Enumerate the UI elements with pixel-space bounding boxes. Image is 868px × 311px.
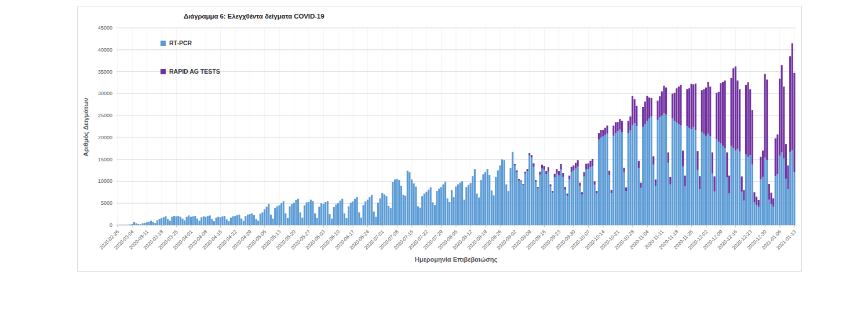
bar-segment-rapid: [655, 179, 657, 186]
svg-text:30000: 30000: [98, 91, 112, 96]
bar-segment-rtpcr: [655, 186, 657, 225]
bar-segment-rtpcr: [589, 167, 591, 225]
bar-segment-rtpcr: [588, 169, 589, 225]
bar-segment-rtpcr: [562, 177, 564, 225]
bar-segment-rtpcr: [651, 117, 652, 225]
bar-segment-rtpcr: [577, 167, 579, 225]
bar-segment-rtpcr: [352, 201, 353, 225]
bar-segment-rtpcr: [612, 136, 614, 225]
bar-segment-rtpcr: [203, 216, 205, 225]
bar-segment-rtpcr: [505, 185, 507, 225]
bar-segment-rtpcr: [173, 216, 175, 225]
bar-segment-rtpcr: [251, 214, 253, 225]
bar-segment-rtpcr: [324, 202, 326, 225]
bar-segment-rtpcr: [461, 181, 463, 225]
bar-segment-rapid: [585, 164, 587, 169]
bar-segment-rtpcr: [270, 215, 272, 225]
bar-segment-rtpcr: [234, 216, 236, 225]
bar-segment-rapid: [522, 184, 524, 185]
bar-segment-rtpcr: [676, 122, 677, 225]
bar-segment-rtpcr: [764, 158, 766, 225]
bar-segment-rtpcr: [176, 216, 177, 225]
bar-segment-rapid: [783, 86, 785, 158]
bar-segment-rapid: [686, 89, 688, 126]
legend-item-rapid[interactable]: RAPID AG TESTS: [161, 68, 220, 75]
bar-segment-rtpcr: [404, 196, 406, 225]
bar-segment-rtpcr: [340, 201, 341, 225]
bar-segment-rapid: [528, 153, 530, 156]
bar-segment-rtpcr: [163, 217, 165, 225]
bar-segment-rtpcr: [415, 187, 417, 225]
bar-segment-rapid: [672, 93, 673, 118]
bar-segment-rtpcr: [297, 199, 299, 225]
bar-segment-rtpcr: [688, 128, 690, 225]
bar-segment-rtpcr: [668, 163, 669, 225]
bar-segment-rtpcr: [425, 192, 427, 225]
bar-segment-rtpcr: [417, 207, 419, 225]
bar-segment-rtpcr: [548, 172, 549, 225]
bar-segment-rtpcr: [762, 177, 764, 225]
bar-segment-rtpcr: [194, 216, 196, 225]
bar-segment-rapid: [760, 157, 761, 179]
bar-segment-rtpcr: [447, 198, 448, 225]
bar-segment-rtpcr: [413, 183, 415, 225]
bar-segment-rtpcr: [528, 156, 530, 225]
bar-segment-rapid: [768, 184, 770, 200]
bar-segment-rapid: [663, 86, 665, 114]
bar-segment-rtpcr: [304, 205, 305, 225]
bar-segment-rapid: [539, 172, 541, 175]
bar-segment-rtpcr: [364, 201, 366, 225]
legend-label-rapid: RAPID AG TESTS: [169, 68, 220, 75]
bar-segment-rapid: [644, 102, 646, 124]
bar-segment-rtpcr: [236, 215, 238, 225]
bar-segment-rtpcr: [261, 212, 263, 225]
bar-segment-rtpcr: [476, 194, 477, 225]
bar-segment-rapid: [739, 89, 741, 151]
bar-segment-rapid: [735, 66, 736, 150]
bar-segment-rapid: [651, 98, 652, 117]
bar-segment-rtpcr: [367, 200, 369, 225]
bar-segment-rapid: [749, 89, 751, 155]
legend-item-rtpcr[interactable]: RT-PCR: [161, 39, 192, 46]
bar-segment-rtpcr: [207, 216, 209, 225]
bar-segment-rtpcr: [766, 160, 768, 225]
bar-segment-rtpcr: [741, 192, 743, 225]
bar-segment-rtpcr: [388, 206, 389, 225]
bar-segment-rapid: [514, 164, 516, 165]
bar-segment-rtpcr: [564, 190, 566, 225]
bar-segment-rtpcr: [432, 202, 433, 225]
bar-segment-rtpcr: [438, 189, 440, 225]
bar-segment-rapid: [766, 79, 768, 160]
bar-segment-rtpcr: [499, 165, 501, 225]
bar-segment-rtpcr: [718, 142, 720, 225]
bar-segment-rtpcr: [310, 200, 312, 225]
bar-segment-rapid: [758, 200, 760, 207]
bar-segment-rapid: [756, 197, 757, 205]
bar-segment-rtpcr: [249, 214, 251, 225]
bar-segment-rapid: [770, 193, 772, 204]
bar-segment-rtpcr: [600, 138, 602, 225]
bar-segment-rtpcr: [300, 212, 301, 225]
bar-segment-rapid: [688, 88, 690, 128]
bar-segment-rtpcr: [291, 204, 293, 225]
bar-segment-rtpcr: [377, 202, 379, 225]
bar-segment-rtpcr: [354, 199, 356, 225]
bar-segment-rtpcr: [787, 189, 789, 225]
bar-segment-rtpcr: [728, 194, 730, 225]
bar-segment-rtpcr: [579, 186, 581, 225]
bar-segment-rapid: [642, 107, 644, 127]
bar-segment-rtpcr: [739, 151, 741, 225]
bar-segment-rapid: [696, 151, 698, 169]
bar-segment-rtpcr: [200, 217, 202, 225]
bar-segment-rtpcr: [394, 179, 396, 225]
bar-segment-rtpcr: [220, 217, 221, 225]
bar-segment-rtpcr: [455, 187, 457, 225]
bar-segment-rapid: [703, 89, 705, 134]
bar-segment-rapid: [588, 163, 589, 169]
bar-segment-rtpcr: [522, 185, 524, 225]
bar-segment-rapid: [680, 85, 681, 125]
bar-segment-rtpcr: [465, 187, 467, 225]
bar-segment-rtpcr: [736, 149, 738, 225]
bar-segment-rtpcr: [327, 201, 329, 225]
bar-segment-rtpcr: [535, 182, 537, 225]
